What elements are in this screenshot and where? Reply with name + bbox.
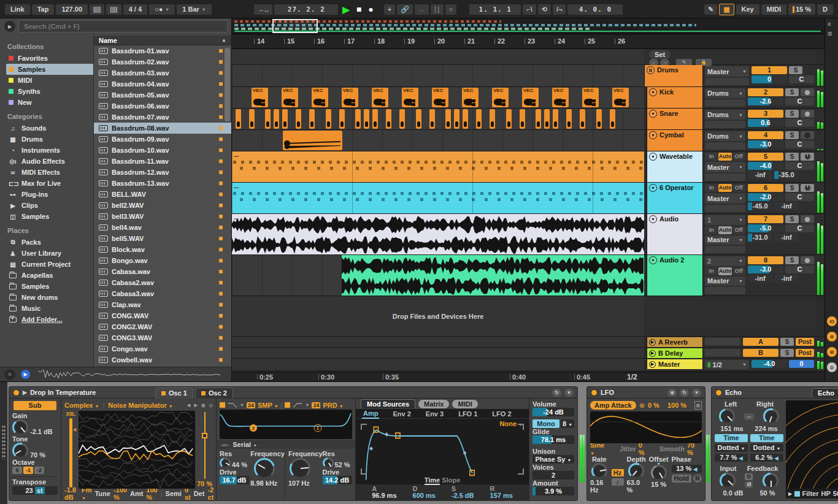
audio-clip[interactable] bbox=[553, 109, 558, 129]
file-row[interactable]: CONG.WAV bbox=[94, 310, 231, 321]
env-subtab-env-3[interactable]: Env 3 bbox=[425, 410, 445, 418]
unison-voices-field[interactable]: 2 bbox=[532, 471, 574, 479]
audio-clip[interactable] bbox=[283, 131, 342, 150]
arrangement-overview[interactable] bbox=[232, 18, 825, 34]
audio-clip[interactable]: VEC bbox=[462, 88, 479, 107]
track-lane[interactable] bbox=[232, 130, 644, 151]
time-ruler[interactable]: 0:250:300:350:400:451/2 bbox=[232, 372, 825, 381]
track-header[interactable]: ▼6 Operator bbox=[647, 183, 703, 213]
key-map-button[interactable]: Key bbox=[736, 4, 759, 15]
track-fold-icon[interactable]: ▼ bbox=[649, 131, 657, 139]
track-header[interactable]: ▼Audio 2 bbox=[647, 255, 703, 296]
output-select[interactable]: Master▼ bbox=[705, 235, 745, 245]
volume-field[interactable]: -5.0 bbox=[748, 224, 783, 232]
track-header[interactable]: ▼Audio bbox=[647, 214, 703, 254]
file-row[interactable]: Bassdrum-02.wav bbox=[94, 56, 231, 67]
post-button[interactable]: Post bbox=[796, 338, 814, 346]
punch-out-icon[interactable]: /¬ bbox=[553, 4, 566, 15]
midi-dial-icon[interactable] bbox=[801, 184, 814, 192]
hot-swap-icon[interactable]: ↻ bbox=[680, 389, 689, 397]
solo-button[interactable]: S bbox=[785, 256, 799, 264]
adsr-field[interactable]: R157 ms bbox=[490, 486, 513, 499]
midi-capture-icon[interactable]: + bbox=[384, 4, 395, 15]
output-select[interactable]: Master▼ bbox=[705, 162, 745, 172]
pan-field[interactable]: C bbox=[785, 97, 814, 105]
right-time-mode-button[interactable]: Time bbox=[750, 434, 783, 442]
wavetable-title-bar[interactable]: ▶ Drop In Temperature Osc 1 Osc 2 ↻ ▼ bbox=[9, 387, 577, 399]
echo-left-knob[interactable] bbox=[719, 408, 735, 424]
loop-start-field[interactable]: 1. 1. 1 bbox=[469, 4, 521, 15]
file-row[interactable]: bell5.WAV bbox=[94, 233, 231, 244]
hot-swap-icon[interactable]: ↻ bbox=[552, 389, 561, 397]
glide-field[interactable]: 78.1 ms bbox=[532, 435, 574, 444]
file-row[interactable]: Bassdrum-05.wav bbox=[94, 90, 231, 101]
solo-button[interactable]: S bbox=[780, 349, 794, 357]
echo-input-knob[interactable] bbox=[720, 473, 736, 489]
pan-field[interactable]: C bbox=[785, 119, 814, 127]
filter1-shape-icon[interactable] bbox=[228, 402, 237, 408]
follow-button[interactable]: →‥ bbox=[254, 4, 272, 15]
track-fold-icon[interactable]: ▶ bbox=[649, 350, 656, 357]
midi-clip[interactable]: ... bbox=[232, 183, 644, 213]
filter-expand-icon[interactable]: ▶ bbox=[788, 491, 792, 497]
sub-button[interactable]: Sub bbox=[13, 401, 56, 410]
file-row[interactable]: Bassdrum-12.wav bbox=[94, 167, 231, 178]
filter1-mode-menu[interactable]: SMP ▼ bbox=[258, 402, 279, 409]
sidebar-item-audio-effects[interactable]: ı|ııAudio Effects bbox=[6, 156, 93, 167]
echo-tunnel-display[interactable]: ▶ Filter HP 50 bbox=[786, 400, 838, 498]
cue-out-select[interactable]: ‖ 1/2▼ bbox=[705, 360, 749, 369]
return-lane[interactable] bbox=[232, 337, 644, 347]
record-button[interactable]: ● bbox=[366, 4, 375, 15]
track-number[interactable]: 7 bbox=[748, 215, 783, 223]
osc1-on-icon[interactable] bbox=[161, 391, 166, 395]
track-fold-icon[interactable]: ▼ bbox=[649, 88, 657, 96]
track-number[interactable]: 8 bbox=[748, 256, 783, 264]
master-lane[interactable] bbox=[232, 359, 644, 370]
overdub-button[interactable]: D bbox=[817, 4, 833, 15]
audio-clip[interactable] bbox=[274, 109, 279, 129]
link-button[interactable]: Link bbox=[5, 4, 30, 15]
arrangement-position-field[interactable]: 27. 2. 2 bbox=[274, 4, 338, 15]
audio-clip[interactable] bbox=[372, 109, 378, 129]
filter2-mode-menu[interactable]: PRD ▼ bbox=[323, 402, 343, 409]
output-select[interactable]: Master▼ bbox=[705, 66, 749, 77]
audio-clip[interactable] bbox=[596, 109, 602, 129]
track-fold-icon[interactable]: ▼ bbox=[649, 215, 657, 223]
time-signature-field[interactable]: 4 / 4 bbox=[123, 4, 147, 15]
audio-clip[interactable] bbox=[386, 109, 391, 129]
master-pan-field[interactable]: 0 bbox=[789, 360, 814, 368]
filter2-shape-icon[interactable] bbox=[293, 402, 302, 408]
file-row[interactable]: Bongo.wav bbox=[94, 255, 231, 266]
osc2-on-icon[interactable] bbox=[201, 391, 206, 395]
sidebar-item-midi[interactable]: MIDI bbox=[6, 75, 93, 86]
audio-clip[interactable] bbox=[416, 109, 421, 129]
return-letter[interactable]: B bbox=[743, 349, 778, 357]
solo-button[interactable]: S bbox=[789, 66, 802, 74]
beat-time-ruler[interactable]: 14151617181920212223242526 bbox=[232, 34, 825, 49]
automation-arm-icon[interactable]: 🔗 bbox=[397, 4, 413, 15]
solo-button[interactable]: S bbox=[785, 215, 799, 223]
audio-clip[interactable]: VEC bbox=[612, 88, 629, 107]
quantize-menu[interactable]: 1 Bar ▼ bbox=[177, 4, 211, 15]
prev-table-icon[interactable]: ◂ bbox=[187, 401, 191, 409]
filter2-res-knob[interactable] bbox=[323, 457, 334, 468]
right-offset-field[interactable]: 6.2 % ◀ bbox=[750, 454, 783, 462]
track-fold-icon[interactable]: ▼ bbox=[649, 153, 657, 161]
audio-clip[interactable] bbox=[326, 109, 331, 129]
empty-lane[interactable]: Drop Files and Devices Here bbox=[232, 296, 644, 336]
sidebar-item-music[interactable]: Music bbox=[6, 303, 93, 314]
volume-field[interactable]: 0 bbox=[752, 75, 787, 83]
file-row[interactable]: Bassdrum-08.wav bbox=[94, 123, 231, 134]
overview-viewport[interactable] bbox=[272, 19, 318, 33]
phase-field[interactable]: 13 % ◀ bbox=[672, 465, 702, 473]
volume-field[interactable]: -2.6 bbox=[748, 97, 783, 105]
sidebar-item-new-drums[interactable]: New drums bbox=[6, 292, 93, 303]
audio-clip[interactable] bbox=[580, 109, 585, 129]
file-row[interactable]: Bassdrum-13.wav bbox=[94, 178, 231, 189]
volume-field[interactable]: -24 dB bbox=[532, 408, 574, 416]
track-fold-icon[interactable]: ▶ bbox=[649, 339, 656, 346]
adsr-field[interactable]: S-2.5 dB bbox=[452, 486, 474, 499]
file-row[interactable]: Cabasa.wav bbox=[94, 266, 231, 277]
adsr-field[interactable]: D600 ms bbox=[413, 486, 436, 499]
pan-field[interactable]: C bbox=[785, 193, 814, 201]
